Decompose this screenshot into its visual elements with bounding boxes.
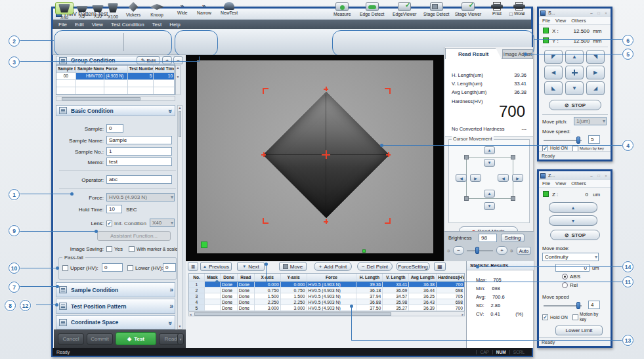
cursor-right-button[interactable]: ▶	[470, 174, 481, 182]
brightness-minus-button[interactable]: −	[453, 246, 464, 255]
sample-condition-section[interactable]: Sample Condition »	[56, 282, 175, 297]
measure-edge-mark[interactable]	[324, 219, 328, 224]
z-stop-button[interactable]: ⊘STOP	[550, 230, 600, 240]
collapse-chevron-icon[interactable]: »	[167, 321, 175, 324]
group-condition-table[interactable]: Sample ID Sample Name Force Test Number …	[56, 65, 175, 95]
stage-detect-button[interactable]: Stage Detect	[423, 2, 449, 24]
measure-edge-mark[interactable]	[261, 152, 266, 157]
cursor-up-button[interactable]: ▲	[484, 146, 495, 154]
collapse-chevron-icon[interactable]: »	[167, 110, 175, 112]
lens-x10-button[interactable]: X10	[89, 2, 106, 24]
del-point-button[interactable]: −Del Point	[357, 262, 393, 271]
hold-time-field[interactable]: 10	[106, 205, 122, 213]
brightness-slider[interactable]	[475, 247, 479, 254]
lens-x100-button[interactable]: X100	[105, 2, 121, 24]
add-point-button[interactable]: +Add Point	[314, 262, 352, 271]
sample-field[interactable]: 0	[106, 124, 123, 133]
cursor-down-button[interactable]: ▼	[484, 159, 495, 167]
points-table[interactable]: No.Mask DoneRead X-axisY-axis ForceH. Le…	[188, 273, 465, 312]
stage-right-button[interactable]: ▶	[586, 66, 605, 79]
stage-speed-slider[interactable]	[576, 137, 580, 144]
z-menu-others[interactable]: Others	[571, 180, 586, 186]
remove-group-button[interactable]: −	[173, 56, 183, 64]
stage-viewer-button[interactable]: ✓ Stage Viewer	[455, 2, 481, 24]
brightness-plus-button[interactable]: +	[496, 246, 507, 255]
upper-hv-field[interactable]: 0	[102, 263, 123, 272]
lens-x40-button[interactable]: X40	[55, 2, 74, 24]
measure-center-cross[interactable]	[322, 150, 330, 159]
test-button[interactable]: ◈Test	[116, 332, 156, 345]
maximize-button[interactable]: □	[595, 173, 602, 179]
print-button[interactable]: Print	[491, 2, 503, 24]
brightness-setting-button[interactable]: Setting	[501, 234, 525, 242]
measure-edge-mark[interactable]	[324, 87, 328, 91]
measure-corner-mark[interactable]	[385, 88, 391, 94]
close-button[interactable]: ×	[603, 173, 609, 179]
z-menu-view[interactable]: View	[555, 180, 566, 186]
measure-button[interactable]: Measure	[333, 2, 351, 24]
stage-center-button[interactable]	[565, 66, 584, 79]
cursor-handle[interactable]	[511, 196, 515, 201]
next-button[interactable]: ▼Next	[237, 262, 265, 271]
measure-corner-mark[interactable]	[263, 218, 268, 224]
previous-button[interactable]: ▲Previous	[200, 262, 232, 271]
points-table-hscroll[interactable]: ◂▸	[188, 311, 465, 316]
brightness-field[interactable]: 98	[479, 234, 497, 242]
edge-viewer-button[interactable]: ✓ EdgeViewer	[393, 2, 417, 24]
point-row[interactable]: 5 DoneDone 3.0003.000 HV0.5 (4.903 N)37.…	[189, 305, 464, 311]
upper-hv-checkbox[interactable]	[62, 265, 68, 271]
stage-stop-button[interactable]: ⊘STOP	[549, 100, 601, 110]
cursor-handle[interactable]	[464, 196, 469, 201]
lower-limit-button[interactable]: Lower Limit	[555, 326, 603, 335]
stage-down-left-button[interactable]: ◣	[544, 81, 563, 95]
knoop-button[interactable]: Knoop	[150, 2, 164, 24]
cursor-handle[interactable]	[464, 155, 469, 159]
lens-dropdown[interactable]: X40▾	[150, 219, 175, 227]
cursor-right-button[interactable]: ▶	[512, 174, 523, 182]
lower-hv-checkbox[interactable]	[127, 265, 133, 271]
newtest-button[interactable]: NewTest	[221, 2, 238, 24]
vickers-button[interactable]: Vickers	[126, 2, 140, 24]
z-hold-on-checkbox[interactable]: ✓	[542, 314, 548, 320]
move-button[interactable]: Move	[279, 262, 307, 271]
assistant-function-button[interactable]: Assistant Function...	[97, 231, 171, 241]
point-row[interactable]: 2 DoneDone 0.7500.750 HV0.5 (4.903 N)36.…	[189, 287, 464, 293]
group-table-hscroll[interactable]	[56, 96, 175, 101]
close-button[interactable]: ×	[603, 10, 609, 16]
cursor-left-button[interactable]: ◀	[498, 174, 509, 182]
cancel-button[interactable]: Cancel	[58, 333, 84, 345]
rel-radio[interactable]	[562, 282, 568, 288]
z-up-button[interactable]: ▲	[549, 202, 597, 213]
table-icon-button[interactable]: ▦	[434, 262, 446, 271]
wide-button[interactable]: ⌁ Wide	[177, 2, 188, 24]
abs-radio[interactable]	[562, 274, 568, 280]
cursor-up-button[interactable]: ▲	[484, 190, 495, 198]
tab-read-result[interactable]: Read Result	[445, 48, 502, 59]
sample-no-field[interactable]: 1	[106, 147, 172, 156]
minimize-button[interactable]: –	[588, 10, 595, 16]
stage-down-right-button[interactable]: ◢	[586, 81, 605, 95]
force-setting-button[interactable]: ForceSetting	[396, 262, 430, 271]
list-icon-button[interactable]: ≣	[188, 262, 198, 271]
group-table-vscroll[interactable]: ▲▼	[175, 65, 181, 95]
force-dropdown[interactable]: HV0.5 (4.903 N)▾	[106, 193, 175, 201]
memo-field[interactable]: test	[106, 158, 172, 166]
measure-corner-mark[interactable]	[385, 218, 391, 224]
expand-chevron-icon[interactable]: »	[169, 286, 172, 293]
move-mode-dropdown[interactable]: Continuity▾	[542, 253, 599, 261]
stage-menu-file[interactable]: File	[542, 18, 550, 24]
sample-name-field[interactable]: Sample	[106, 136, 172, 144]
left-panel-scrollbar[interactable]: ▲▼	[177, 105, 182, 329]
read-dropdown-arrow[interactable]: ▾	[177, 333, 184, 345]
image-saving-yes-checkbox[interactable]	[106, 246, 112, 252]
stage-menu-view[interactable]: View	[555, 18, 566, 24]
maximize-button[interactable]: □	[595, 10, 602, 16]
test-position-pattern-section[interactable]: Test Position Pattern »	[56, 299, 175, 314]
expand-chevron-icon[interactable]: »	[169, 303, 172, 310]
stage-left-button[interactable]: ◀	[544, 66, 563, 79]
operator-field[interactable]: abc	[106, 175, 172, 184]
z-motion-checkbox[interactable]	[572, 314, 578, 320]
edge-detect-button[interactable]: Edge Detect	[360, 2, 384, 24]
stage-titlebar[interactable]: S... – □ ×	[539, 9, 611, 17]
minimize-button[interactable]: –	[588, 173, 595, 179]
